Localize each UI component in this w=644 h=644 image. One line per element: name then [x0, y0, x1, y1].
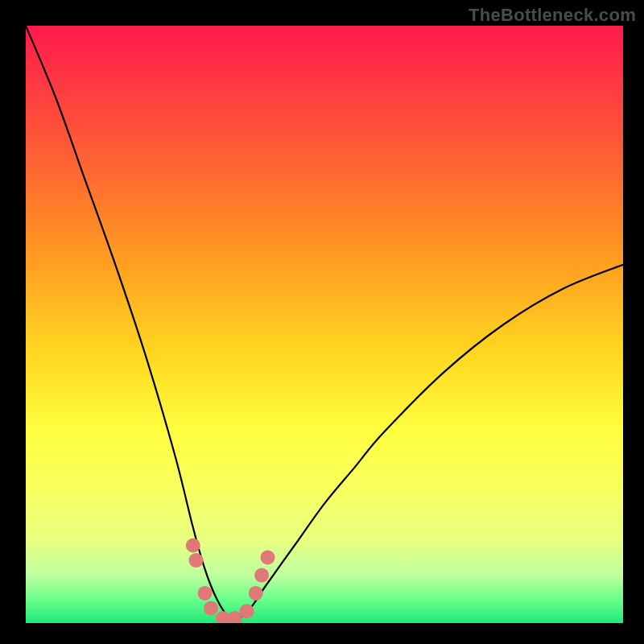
bottleneck-curve	[26, 26, 623, 619]
trough-dot	[254, 568, 269, 583]
trough-dot	[204, 601, 218, 616]
trough-dot	[189, 553, 204, 568]
trough-dot	[186, 539, 200, 553]
trough-dot	[198, 586, 213, 601]
trough-dot	[261, 550, 275, 564]
chart-svg	[26, 26, 623, 623]
trough-dot	[249, 586, 263, 601]
chart-frame: TheBottleneck.com	[0, 0, 644, 644]
watermark-text: TheBottleneck.com	[469, 5, 636, 26]
trough-dot	[240, 604, 254, 618]
plot-area	[26, 26, 623, 623]
